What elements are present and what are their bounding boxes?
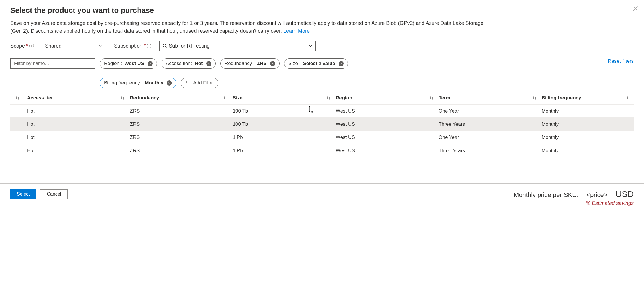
cell-region: West US: [333, 135, 436, 140]
column-header[interactable]: Redundancy: [127, 95, 230, 101]
filter-pill-value: West US: [124, 61, 144, 66]
chevron-down-icon: [309, 44, 313, 48]
sort-icon: [223, 95, 228, 101]
column-header[interactable]: Billing frequency: [539, 95, 634, 101]
learn-more-link[interactable]: Learn More: [283, 28, 310, 34]
filter-pill-label: Billing frequency :: [104, 80, 142, 86]
clear-filter-icon[interactable]: ✕: [148, 61, 153, 66]
add-filter-button[interactable]: Add Filter: [181, 78, 218, 88]
description-text: Save on your Azure data storage cost by …: [10, 20, 484, 34]
filter-pill-label: Redundancy :: [225, 61, 255, 66]
price-summary: Monthly price per SKU: <price> USD % Est…: [514, 189, 634, 206]
cell-redundancy: ZRS: [127, 108, 230, 114]
add-filter-label: Add Filter: [193, 80, 214, 86]
sort-icon: [429, 95, 434, 101]
estimated-savings: % Estimated savings: [514, 200, 634, 206]
filter-pill-value: Select a value: [303, 61, 335, 66]
filter-by-name-input[interactable]: [10, 58, 95, 69]
filter-pill[interactable]: Redundancy : ZRS✕: [220, 58, 280, 69]
cell-billing: Monthly: [539, 121, 634, 127]
scope-dropdown[interactable]: Shared: [42, 41, 106, 51]
row-sort-handle[interactable]: [10, 95, 25, 101]
reset-filters-link[interactable]: Reset filters: [608, 58, 634, 64]
filters-row: Region : West US✕Access tier : Hot✕Redun…: [10, 58, 634, 88]
cell-access-tier: Hot: [25, 148, 127, 154]
column-label: Term: [439, 95, 450, 101]
cell-billing: Monthly: [539, 135, 634, 140]
filter-pill[interactable]: Billing frequency : Monthly✕: [100, 78, 176, 88]
column-label: Size: [233, 95, 243, 101]
clear-filter-icon[interactable]: ✕: [270, 61, 275, 66]
cell-access-tier: Hot: [25, 121, 127, 127]
sort-icon: [532, 95, 537, 101]
cancel-button[interactable]: Cancel: [40, 189, 68, 199]
column-header[interactable]: Access tier: [25, 95, 127, 101]
column-label: Region: [336, 95, 352, 101]
filter-pill-value: ZRS: [257, 61, 267, 66]
sort-icon: [120, 95, 125, 101]
subscription-value: Sub for RI Testing: [169, 43, 210, 49]
sort-icon: [626, 95, 631, 101]
table-row[interactable]: HotZRS100 TbWest USOne YearMonthly: [10, 105, 634, 118]
cell-term: Three Years: [436, 121, 539, 127]
controls-row: Scope * i Shared Subscription * i Sub fo…: [10, 41, 634, 51]
column-header[interactable]: Region: [333, 95, 436, 101]
currency-label: USD: [616, 189, 634, 199]
svg-point-2: [163, 44, 166, 47]
clear-filter-icon[interactable]: ✕: [339, 61, 344, 66]
filter-pill-value: Monthly: [145, 80, 163, 86]
info-icon[interactable]: i: [29, 44, 34, 48]
column-label: Billing frequency: [542, 95, 581, 101]
scope-label: Scope * i: [10, 43, 34, 49]
footer-bar: Select Cancel Monthly price per SKU: <pr…: [0, 183, 644, 213]
filter-pill-label: Access tier :: [166, 61, 193, 66]
subscription-dropdown[interactable]: Sub for RI Testing: [159, 41, 316, 51]
required-asterisk: *: [26, 43, 28, 49]
cell-size: 100 Tb: [231, 108, 333, 114]
cell-size: 1 Pb: [231, 148, 333, 154]
table-header: Access tierRedundancySizeRegionTermBilli…: [10, 91, 634, 105]
cell-access-tier: Hot: [25, 135, 127, 140]
products-table: Access tierRedundancySizeRegionTermBilli…: [10, 91, 634, 157]
filter-pill[interactable]: Region : West US✕: [100, 58, 157, 69]
filter-pill-label: Size :: [288, 61, 301, 66]
filter-pill-label: Region :: [104, 61, 122, 66]
cell-billing: Monthly: [539, 108, 634, 114]
cell-term: Three Years: [436, 148, 539, 154]
table-row[interactable]: HotZRS1 PbWest USThree YearsMonthly: [10, 144, 634, 157]
scope-value: Shared: [45, 43, 62, 49]
filter-pill-value: Hot: [195, 61, 203, 66]
close-icon[interactable]: [632, 5, 639, 12]
filter-pill[interactable]: Size : Select a value✕: [284, 58, 348, 69]
column-header[interactable]: Size: [231, 95, 333, 101]
info-icon[interactable]: i: [147, 44, 151, 48]
cell-size: 100 Tb: [231, 121, 333, 127]
price-value: <price>: [586, 191, 607, 199]
clear-filter-icon[interactable]: ✕: [167, 80, 172, 86]
chevron-down-icon: [99, 44, 103, 48]
cell-size: 1 Pb: [231, 135, 333, 140]
table-body: HotZRS100 TbWest USOne YearMonthlyHotZRS…: [10, 105, 634, 157]
column-label: Redundancy: [130, 95, 159, 101]
table-row[interactable]: HotZRS100 TbWest USThree YearsMonthly: [10, 118, 634, 131]
clear-filter-icon[interactable]: ✕: [206, 61, 211, 66]
filter-pill[interactable]: Access tier : Hot✕: [162, 58, 216, 69]
cell-term: One Year: [436, 108, 539, 114]
cell-region: West US: [333, 108, 436, 114]
price-label: Monthly price per SKU:: [514, 191, 578, 199]
add-filter-icon: [185, 80, 191, 86]
sort-icon: [15, 95, 20, 101]
sort-icon: [326, 95, 331, 101]
cell-access-tier: Hot: [25, 108, 127, 114]
cell-billing: Monthly: [539, 148, 634, 154]
cell-redundancy: ZRS: [127, 148, 230, 154]
select-button[interactable]: Select: [10, 189, 36, 199]
subscription-label: Subscription * i: [114, 43, 151, 49]
search-icon: [162, 44, 167, 48]
column-header[interactable]: Term: [436, 95, 539, 101]
page-description: Save on your Azure data storage cost by …: [10, 19, 486, 35]
table-row[interactable]: HotZRS1 PbWest USOne YearMonthly: [10, 131, 634, 144]
required-asterisk: *: [144, 43, 146, 49]
page-title: Select the product you want to purchase: [10, 6, 634, 15]
cell-redundancy: ZRS: [127, 121, 230, 127]
